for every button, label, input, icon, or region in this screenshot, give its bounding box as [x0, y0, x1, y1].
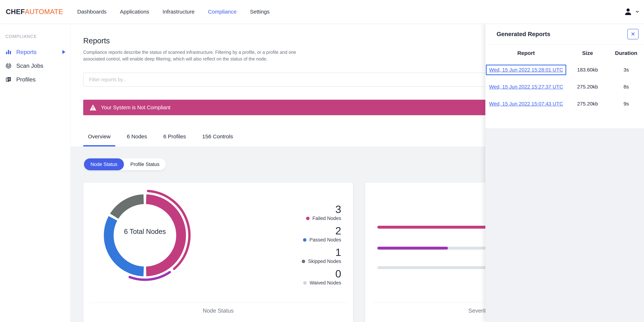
primary-nav: Dashboards Applications Infrastructure C… [77, 9, 283, 15]
sidebar-section-label: COMPLIANCE [6, 34, 70, 39]
column-header-size: Size [567, 50, 608, 56]
node-status-card: 6 Total Nodes 3 Failed Nodes 2 Passed No… [83, 182, 353, 322]
generated-reports-panel: Generated Reports ✕ Report Size Duration… [485, 23, 644, 322]
sidebar-item-profiles[interactable]: Profiles [0, 73, 70, 86]
logo-automate: AUTOMATE [25, 8, 63, 15]
nav-item-dashboards[interactable]: Dashboards [77, 9, 106, 15]
failed-count: 3 [280, 204, 341, 215]
report-size: 183.60kb [567, 67, 608, 73]
waived-dot-icon [303, 281, 306, 285]
legend-label: Passed Nodes [309, 237, 341, 243]
report-link[interactable]: Wed, 15 Jun 2022 15:07:43 UTC [489, 101, 563, 107]
skipped-count: 1 [280, 247, 341, 258]
report-duration: 3s [608, 67, 644, 73]
node-status-donut-chart[interactable]: 6 Total Nodes [98, 188, 192, 282]
report-size: 275.20kb [567, 84, 608, 90]
profiles-icon [6, 76, 12, 83]
node-status-card-label: Node Status [84, 308, 353, 314]
report-size: 275.20kb [567, 101, 608, 107]
node-status-legend: 3 Failed Nodes 2 Passed Nodes 1 Skipped … [280, 204, 341, 290]
bar-chart-icon [6, 49, 12, 55]
top-navigation-bar: CHEFAUTOMATE Dashboards Applications Inf… [0, 0, 644, 24]
table-row: Wed, 15 Jun 2022 15:07:43 UTC 275.20kb 9… [485, 95, 644, 112]
compliance-sidebar: COMPLIANCE Reports Scan Jobs Profiles [0, 23, 70, 322]
sidebar-item-scan-jobs[interactable]: Scan Jobs [0, 59, 70, 73]
submenu-arrow-icon [62, 50, 65, 54]
panel-header: Generated Reports ✕ [485, 23, 644, 45]
legend-label: Waived Nodes [310, 280, 341, 286]
table-row: Wed, 15 Jun 2022 15:28:01 UTC 183.60kb 3… [485, 61, 644, 78]
status-toggle: Node Status Profile Status [84, 159, 166, 170]
table-row: Wed, 15 Jun 2022 15:27:37 UTC 275.20kb 8… [485, 78, 644, 95]
column-header-duration: Duration [608, 50, 644, 56]
chevron-down-icon [635, 9, 640, 14]
tab-overview[interactable]: Overview [83, 134, 115, 147]
bar-major[interactable] [377, 247, 448, 250]
legend-label: Skipped Nodes [308, 259, 341, 264]
nav-item-compliance[interactable]: Compliance [208, 9, 236, 15]
table-header-row: Report Size Duration [485, 45, 644, 61]
report-duration: 8s [608, 84, 644, 90]
sidebar-item-label: Reports [16, 49, 36, 55]
selected-report-outline: Wed, 15 Jun 2022 15:28:01 UTC [486, 65, 566, 75]
report-link[interactable]: Wed, 15 Jun 2022 15:28:01 UTC [489, 67, 563, 73]
radar-icon [6, 63, 12, 69]
banner-text: Your System is Not Compliant [101, 105, 170, 111]
nav-item-settings[interactable]: Settings [250, 9, 270, 15]
logo-chef: CHEF [6, 8, 25, 15]
filter-reports-input[interactable] [83, 73, 524, 87]
passed-count: 2 [280, 225, 341, 236]
close-panel-button[interactable]: ✕ [627, 29, 638, 39]
sidebar-item-reports[interactable]: Reports [0, 45, 70, 59]
legend-item-passed: 2 Passed Nodes [280, 225, 341, 243]
donut-segment-skipped[interactable] [114, 199, 144, 216]
not-compliant-banner: Your System is Not Compliant [83, 100, 524, 115]
panel-title: Generated Reports [496, 31, 550, 37]
donut-segment-failed[interactable] [146, 199, 181, 271]
tab-nodes[interactable]: 6 Nodes [122, 134, 152, 147]
sidebar-item-label: Profiles [16, 76, 36, 83]
waived-count: 0 [280, 268, 341, 279]
legend-item-waived: 0 Waived Nodes [280, 268, 341, 286]
legend-item-failed: 3 Failed Nodes [280, 204, 341, 221]
donut-center-label: 6 Total Nodes [124, 228, 166, 235]
sidebar-item-label: Scan Jobs [16, 62, 43, 69]
passed-dot-icon [303, 238, 306, 242]
generated-reports-content: Generated Reports ✕ Report Size Duration… [485, 23, 644, 128]
tab-controls[interactable]: 156 Controls [198, 134, 238, 147]
legend-item-skipped: 1 Skipped Nodes [280, 247, 341, 264]
report-duration: 9s [608, 101, 644, 107]
page-title: Reports [83, 36, 110, 45]
toggle-node-status[interactable]: Node Status [84, 159, 124, 170]
failed-dot-icon [306, 217, 310, 220]
warning-icon [90, 104, 96, 111]
donut-segment-passed[interactable] [109, 218, 144, 271]
nav-item-applications[interactable]: Applications [120, 9, 149, 15]
report-link[interactable]: Wed, 15 Jun 2022 15:27:37 UTC [489, 84, 563, 90]
user-profile-icon[interactable] [624, 7, 632, 16]
user-menu[interactable] [624, 7, 640, 16]
chef-automate-logo[interactable]: CHEFAUTOMATE [6, 8, 63, 16]
nav-item-infrastructure[interactable]: Infrastructure [163, 9, 195, 15]
toggle-profile-status[interactable]: Profile Status [124, 159, 166, 170]
report-tabs: Overview 6 Nodes 6 Profiles 156 Controls [83, 134, 244, 147]
legend-label: Failed Nodes [312, 216, 341, 221]
tab-profiles[interactable]: 6 Profiles [159, 134, 191, 147]
column-header-report: Report [485, 50, 567, 56]
skipped-dot-icon [302, 260, 305, 263]
page-description: Compliance reports describe the status o… [83, 49, 318, 62]
generated-reports-table: Report Size Duration Wed, 15 Jun 2022 15… [485, 45, 644, 112]
